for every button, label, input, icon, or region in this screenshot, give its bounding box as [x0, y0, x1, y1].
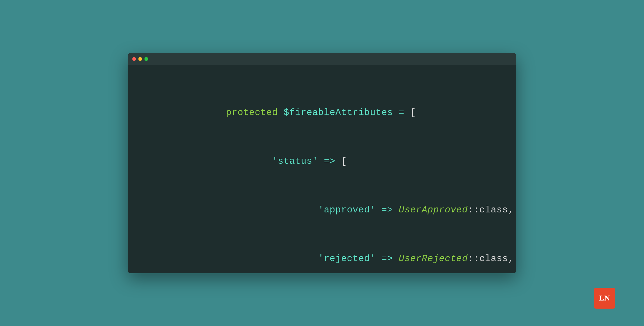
arrow-op-3: => — [376, 253, 393, 264]
maximize-button[interactable] — [144, 57, 148, 61]
code-line-3: 'approved' => UserApproved::class, — [191, 186, 516, 234]
variable-fireable: $fireableAttributes — [278, 107, 393, 118]
string-approved: 'approved' — [318, 205, 376, 215]
plain-class-1: ::class, — [468, 205, 514, 215]
code-line-2: 'status' => [ — [191, 137, 516, 186]
logo-badge: LN — [594, 288, 615, 309]
code-window: protected $fireableAttributes = [ 'statu… — [128, 53, 516, 273]
bracket-open-2: [ — [335, 156, 347, 167]
logo-text: LN — [599, 294, 610, 303]
string-status: 'status' — [272, 156, 318, 167]
string-rejected: 'rejected' — [318, 253, 376, 264]
close-button[interactable] — [132, 57, 136, 61]
class-user-rejected: UserRejected — [393, 253, 468, 264]
operator-equals: = — [393, 107, 405, 118]
bracket-open: [ — [404, 107, 416, 118]
class-user-approved: UserApproved — [393, 205, 468, 215]
arrow-op-2: => — [376, 205, 393, 215]
plain-class-2: ::class, — [468, 253, 514, 264]
code-line-4: 'rejected' => UserRejected::class, — [191, 234, 516, 273]
window-titlebar — [128, 53, 516, 65]
arrow-op: => — [318, 156, 336, 167]
code-editor: protected $fireableAttributes = [ 'statu… — [128, 65, 516, 273]
code-line-1: protected $fireableAttributes = [ — [191, 88, 516, 137]
minimize-button[interactable] — [138, 57, 142, 61]
keyword-protected: protected — [226, 107, 278, 118]
